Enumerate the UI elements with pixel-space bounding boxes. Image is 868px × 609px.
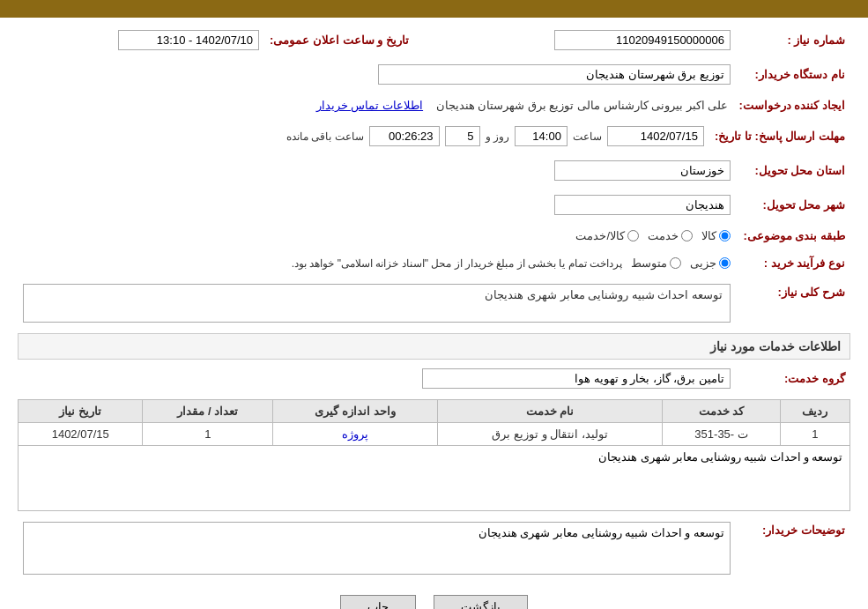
countdown-label: ساعت باقی مانده <box>286 130 364 143</box>
service-group-label: گروه خدمت: <box>736 365 850 392</box>
deadline-label: مهلت ارسال پاسخ: تا تاریخ: <box>709 123 850 150</box>
province-input[interactable] <box>554 160 731 181</box>
cell-code: ت -35-351 <box>663 423 780 446</box>
purchase-jozyi-label: جزیی <box>690 256 716 270</box>
announce-input[interactable] <box>118 30 259 50</box>
category-khedmat-radio[interactable] <box>681 230 693 241</box>
cell-unit: پروژه <box>273 423 437 446</box>
category-kala[interactable]: کالا <box>701 229 731 242</box>
col-code: کد خدمت <box>663 400 780 423</box>
deadline-date-input[interactable] <box>607 126 704 146</box>
purchase-type-note: پرداخت تمام یا بخشی از مبلغ خریدار از مح… <box>292 257 622 270</box>
deadline-days-input[interactable] <box>445 126 480 146</box>
category-kala-khedmat[interactable]: کالا/خدمت <box>575 229 639 242</box>
print-button[interactable]: چاپ <box>340 595 416 609</box>
category-kala-label: کالا <box>701 229 716 242</box>
col-unit: واحد اندازه گیری <box>273 400 437 423</box>
category-kala-radio[interactable] <box>719 230 731 241</box>
purchase-motavaset-label: متوسط <box>631 256 667 270</box>
row-desc-textarea[interactable]: توسعه و احداث شبیه روشنایی معابر شهری هن… <box>26 450 842 503</box>
back-button[interactable]: بازگشت <box>434 595 528 609</box>
cell-row: 1 <box>780 423 849 446</box>
deadline-time-label: ساعت <box>573 130 602 143</box>
buyer-org-input[interactable] <box>378 64 731 85</box>
col-row: ردیف <box>780 400 849 423</box>
city-input[interactable] <box>554 195 731 215</box>
col-name: نام خدمت <box>437 400 663 423</box>
buyer-desc-textarea[interactable]: توسعه و احداث شبیه روشنایی معابر شهری هن… <box>23 522 731 575</box>
creator-label: ایجاد کننده درخواست: <box>733 95 850 115</box>
category-kala-khedmat-radio[interactable] <box>627 230 639 241</box>
purchase-motavaset-radio[interactable] <box>670 257 681 269</box>
col-date: تاریخ نیاز <box>19 400 143 423</box>
need-number-input[interactable] <box>554 30 731 50</box>
category-label: طبقه بندی موضوعی: <box>736 226 850 246</box>
cell-date: 1402/07/15 <box>19 423 143 446</box>
services-section-header: اطلاعات خدمات مورد نیاز <box>18 333 850 360</box>
announce-label: تاریخ و ساعت اعلان عمومی: <box>264 26 414 54</box>
creator-value: علی اکبر بیرونی کارشناس مالی توزیع برق ش… <box>436 99 729 112</box>
table-desc-row: توسعه و احداث شبیه روشنایی معابر شهری هن… <box>19 446 850 511</box>
page-title <box>0 0 868 18</box>
category-kala-khedmat-label: کالا/خدمت <box>575 229 625 242</box>
general-desc-box: توسعه احداث شبیه روشنایی معابر شهری هندی… <box>23 284 731 323</box>
deadline-time-input[interactable] <box>515 126 568 146</box>
creator-link[interactable]: اطلاعات تماس خریدار <box>316 99 423 112</box>
buyer-desc-label: توضیحات خریدار: <box>736 518 850 581</box>
general-desc-value: توسعه احداث شبیه روشنایی معابر شهری هندی… <box>485 288 723 301</box>
deadline-days-label: روز و <box>486 130 509 143</box>
category-khedmat-label: خدمت <box>648 229 679 242</box>
table-row: 1 ت -35-351 تولید، انتقال و توزیع برق پر… <box>19 423 850 446</box>
purchase-motavaset[interactable]: متوسط <box>631 256 681 270</box>
service-group-input[interactable] <box>422 368 731 389</box>
province-label: استان محل تحویل: <box>736 157 850 184</box>
purchase-jozyi-radio[interactable] <box>719 257 731 269</box>
category-khedmat[interactable]: خدمت <box>648 229 693 242</box>
buyer-org-label: نام دستگاه خریدار: <box>736 61 850 88</box>
city-label: شهر محل تحویل: <box>736 191 850 219</box>
col-qty: تعداد / مقدار <box>143 400 273 423</box>
need-number-label: شماره نیاز : <box>736 26 850 54</box>
services-table: ردیف کد خدمت نام خدمت واحد اندازه گیری ت… <box>18 399 850 511</box>
purchase-jozyi[interactable]: جزیی <box>690 256 731 270</box>
countdown-input <box>369 126 440 146</box>
cell-qty: 1 <box>143 423 273 446</box>
purchase-type-label: نوع فرآیند خرید : <box>736 253 850 273</box>
cell-name: تولید، انتقال و توزیع برق <box>437 423 663 446</box>
general-desc-label: شرح کلی نیاز: <box>736 280 850 326</box>
